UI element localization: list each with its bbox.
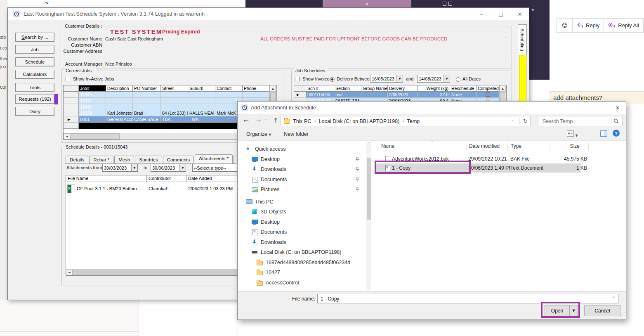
nav-button[interactable]: Search by ... bbox=[15, 33, 54, 42]
breadcrumb-item[interactable]: This PC › bbox=[293, 118, 319, 124]
search-box[interactable]: Search Temp bbox=[539, 116, 623, 126]
reply-button[interactable]: Reply bbox=[573, 19, 604, 32]
open-dropdown-arrow-icon[interactable]: ▼ bbox=[569, 305, 578, 316]
nav-button[interactable]: Job bbox=[15, 45, 54, 54]
address-dropdown-chevron-icon[interactable]: ˅ bbox=[512, 119, 514, 123]
app-title-bar[interactable]: East Rockingham Test Schedule System : V… bbox=[8, 8, 529, 20]
sidebar-item[interactable]: Downloads bbox=[241, 164, 365, 175]
close-button[interactable]: ✕ bbox=[514, 10, 526, 19]
file-row[interactable]: AdventureWorks2012.bak 29/09/2022 10:21 … bbox=[375, 154, 581, 163]
up-arrow-icon[interactable]: ↑ bbox=[273, 117, 278, 124]
help-button[interactable]: ? bbox=[613, 130, 620, 137]
sidebar-item[interactable]: Documents bbox=[241, 175, 365, 185]
scroll-down-icon[interactable]: ˅ bbox=[505, 61, 507, 64]
scroll-up-icon[interactable]: ˄ bbox=[505, 37, 507, 40]
sidebar-item[interactable]: Quick access bbox=[241, 144, 365, 154]
attachments-from-combo[interactable]: 30/03/2023 ▼ bbox=[102, 164, 138, 172]
sidebar-item[interactable]: AccessControl bbox=[241, 278, 365, 288]
organize-label: Organize bbox=[246, 131, 267, 137]
emoji-button[interactable]: ☺ bbox=[557, 19, 573, 32]
schedule-row[interactable]: 0001/15043 teat 2/06/2023 32.0 None bbox=[294, 92, 506, 98]
delivery-between-label: Delivery Between bbox=[337, 76, 372, 81]
completed-checkbox[interactable] bbox=[486, 92, 490, 97]
minimize-button[interactable]: – bbox=[475, 10, 488, 19]
sidebar-scrollbar[interactable]: ˄ ˅ bbox=[366, 142, 371, 290]
nav-button-label: Schedule bbox=[16, 59, 54, 64]
test-system-banner: TEST SYSTEM bbox=[110, 28, 162, 35]
sidebar-item[interactable]: Documents bbox=[241, 227, 365, 237]
date-to-combo[interactable]: 14/08/2023 ▼ bbox=[417, 75, 450, 83]
scheduling-side-tab[interactable]: Scheduling bbox=[518, 24, 527, 55]
sidebar-item[interactable]: Desktop bbox=[241, 154, 365, 165]
sidebar-item[interactable]: 1697ed4488d09285eb4d485f06234d bbox=[241, 258, 365, 268]
nav-button[interactable]: Diary bbox=[15, 107, 54, 116]
detail-tab[interactable]: Details bbox=[66, 156, 88, 163]
detail-tab[interactable]: Sundries bbox=[135, 156, 162, 163]
resize-grip[interactable]: ⋰ bbox=[619, 310, 625, 318]
forward-arrow-icon[interactable]: → bbox=[256, 117, 261, 124]
job-schedules-label: Job Schedules: bbox=[294, 68, 328, 73]
nav-button[interactable]: Calculators bbox=[15, 70, 54, 79]
nav-button[interactable]: Schedule bbox=[15, 57, 54, 66]
detail-tab[interactable]: Comments bbox=[163, 156, 194, 163]
new-folder-button[interactable]: New folder bbox=[284, 131, 309, 137]
sidebar-item[interactable]: Pictures bbox=[241, 185, 365, 195]
scrollbar-thumb[interactable] bbox=[367, 158, 371, 220]
detail-tab[interactable]: Mesh bbox=[114, 156, 134, 163]
preview-pane-button[interactable] bbox=[600, 130, 607, 138]
open-split-button[interactable]: Open ▼ bbox=[545, 305, 578, 316]
sidebar-item-icon bbox=[251, 229, 258, 235]
sidebar-item[interactable]: 3D Objects bbox=[241, 207, 365, 217]
file-name-combo[interactable]: 1 - Copy ˅ bbox=[317, 294, 618, 303]
tab-label: Mesh bbox=[118, 157, 130, 162]
file-row[interactable]: 1 - Copy 30/06/2023 1:49 PM Text Documen… bbox=[375, 163, 581, 173]
background-divider bbox=[0, 331, 139, 332]
show-inactive-checkbox[interactable] bbox=[66, 77, 70, 81]
detail-tab[interactable]: Attachments * bbox=[195, 154, 233, 163]
job-row[interactable]: 11418 bbox=[64, 92, 276, 98]
refresh-icon[interactable]: ↻ bbox=[523, 118, 528, 124]
delivery-between-radio[interactable] bbox=[330, 77, 335, 82]
breadcrumb-bar[interactable]: This PC › Local Disk (C: on BBLAPTOP1198… bbox=[281, 116, 531, 126]
dialog-close-button[interactable]: ✕ bbox=[609, 102, 626, 114]
all-dates-radio[interactable] bbox=[456, 77, 460, 82]
maximize-button[interactable]: □ bbox=[495, 10, 507, 19]
recent-locations-chevron-icon[interactable]: ˅ bbox=[265, 118, 267, 123]
sidebar-item[interactable]: Local Disk (C: on BBLAPTOP1198) bbox=[241, 247, 365, 258]
sidebar-item[interactable]: Downloads bbox=[241, 237, 365, 248]
sidebar-item-icon bbox=[256, 269, 263, 276]
nav-button[interactable]: Tools bbox=[15, 83, 54, 92]
detail-tab[interactable]: Rebar * bbox=[89, 156, 113, 163]
show-invoiced-checkbox[interactable] bbox=[295, 77, 300, 81]
breadcrumb-item[interactable]: Local Disk (C: on BBLAPTOP1198) › bbox=[319, 118, 407, 124]
sidebar-item-label: Pictures bbox=[261, 187, 279, 192]
sidebar-item[interactable]: 10427 bbox=[241, 267, 365, 278]
attachments-to-combo[interactable]: 30/06/2023 ▼ bbox=[151, 164, 186, 172]
breadcrumb-item[interactable]: Temp › bbox=[407, 118, 420, 124]
folder-icon bbox=[284, 119, 290, 124]
all-dates-label: All Dates bbox=[462, 76, 481, 81]
reply-toolbar: ☺ Reply Reply All bbox=[557, 18, 644, 33]
date-from-combo[interactable]: 16/05/2023 ▼ bbox=[370, 75, 403, 83]
ribbon-collapse-tab[interactable]: ∧ bbox=[323, 0, 411, 7]
cancel-button[interactable]: Cancel bbox=[584, 305, 620, 316]
sidebar-item[interactable]: This PC bbox=[241, 197, 365, 207]
file-list-header[interactable]: Name Date modified Type Size bbox=[374, 143, 585, 151]
sidebar-item[interactable]: Desktop bbox=[241, 217, 365, 227]
bg-text-fragment: stb bbox=[0, 35, 7, 40]
file-name-value: 1 - Copy bbox=[321, 296, 339, 302]
sidebar-item-label: Desktop bbox=[261, 219, 280, 225]
file-name-label: File name: bbox=[263, 296, 315, 302]
reply-all-button[interactable]: Reply All bbox=[604, 19, 644, 32]
bg-text-fragment: tber bbox=[0, 56, 7, 61]
reply-all-label: Reply All bbox=[618, 22, 639, 28]
organize-menu[interactable]: Organize ▼ bbox=[246, 131, 271, 137]
collapse-chevron-icon[interactable]: < bbox=[45, 0, 49, 5]
chevron-down-icon: ˅ bbox=[613, 296, 615, 301]
app-window-title: East Rockingham Test Schedule System : V… bbox=[24, 11, 205, 17]
dialog-title-bar[interactable]: Add Attachment to Schedule ✕ bbox=[238, 102, 626, 114]
add-attachment-dialog: Add Attachment to Schedule ✕ ← → ˅ ↑ Thi… bbox=[237, 101, 626, 320]
back-arrow-icon[interactable]: ← bbox=[243, 117, 249, 124]
nav-button[interactable]: Requests (192) bbox=[15, 95, 54, 104]
view-options-button[interactable]: ▼ bbox=[567, 130, 578, 138]
